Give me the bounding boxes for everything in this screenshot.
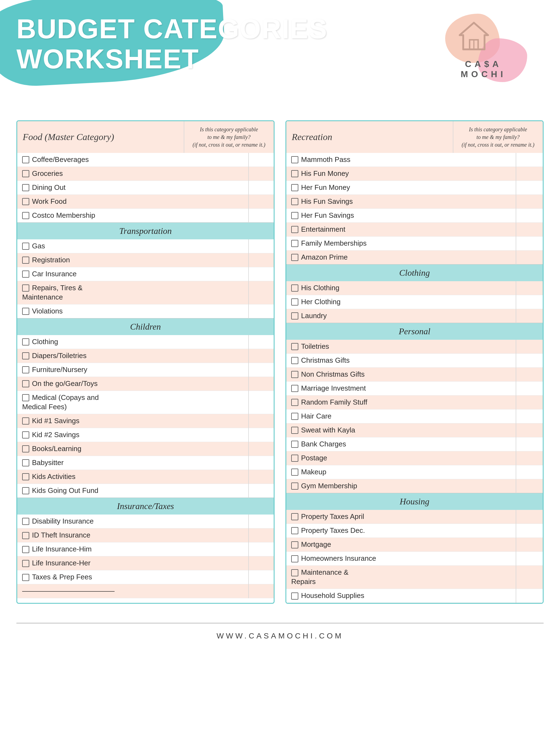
table-row: Coffee/Beverages xyxy=(17,153,274,167)
table-row: Work Food xyxy=(17,195,274,209)
checkbox[interactable] xyxy=(291,357,298,364)
item-label: Her Clothing xyxy=(301,297,341,306)
table-row: Dining Out xyxy=(17,181,274,195)
checkbox[interactable] xyxy=(291,212,298,219)
checkbox[interactable] xyxy=(22,243,29,250)
item-cell: Life Insurance-Him xyxy=(17,543,249,556)
item-label: Medical (Copays and Medical Fees) xyxy=(22,394,99,411)
logo-blobs: CA$A MOCHI xyxy=(440,11,527,82)
checkbox[interactable] xyxy=(291,441,298,448)
checkbox[interactable] xyxy=(22,184,29,191)
checkbox[interactable] xyxy=(22,198,29,205)
checkbox[interactable] xyxy=(291,198,298,205)
checkbox[interactable] xyxy=(22,284,29,291)
checkbox[interactable] xyxy=(22,473,29,480)
checkbox[interactable] xyxy=(22,445,29,453)
item-label: Toiletries xyxy=(301,342,329,350)
checkbox[interactable] xyxy=(291,527,298,534)
checkbox[interactable] xyxy=(291,469,298,476)
applicable-cell xyxy=(516,451,543,465)
item-label: Coffee/Beverages xyxy=(32,155,89,164)
section-header: Personal xyxy=(286,323,543,340)
item-cell: Repairs, Tires & Maintenance xyxy=(17,281,249,304)
table-row: His Fun Money xyxy=(286,167,543,181)
checkbox[interactable] xyxy=(291,312,298,319)
checkbox[interactable] xyxy=(22,338,29,345)
applicable-cell xyxy=(249,484,274,498)
house-icon xyxy=(456,19,492,56)
checkbox[interactable] xyxy=(22,546,29,553)
item-label: Work Food xyxy=(32,197,67,205)
checkbox[interactable] xyxy=(291,240,298,247)
checkbox[interactable] xyxy=(22,487,29,494)
checkbox[interactable] xyxy=(291,371,298,378)
applicable-cell xyxy=(249,253,274,267)
checkbox[interactable] xyxy=(22,270,29,278)
checkbox[interactable] xyxy=(291,385,298,392)
item-label: Life Insurance-Her xyxy=(32,559,91,567)
item-cell: Makeup xyxy=(286,465,516,479)
item-label: Kid #2 Savings xyxy=(32,431,79,439)
section-header-label: Children xyxy=(17,318,274,335)
checkbox[interactable] xyxy=(22,574,29,581)
checkbox[interactable] xyxy=(22,432,29,439)
applicable-cell xyxy=(516,209,543,223)
checkbox[interactable] xyxy=(22,256,29,264)
applicable-cell xyxy=(516,340,543,354)
checkbox[interactable] xyxy=(22,380,29,387)
checkbox[interactable] xyxy=(291,555,298,562)
checkbox[interactable] xyxy=(22,366,29,374)
checkbox[interactable] xyxy=(22,560,29,567)
checkbox[interactable] xyxy=(291,541,298,549)
checkbox[interactable] xyxy=(22,308,29,315)
applicable-cell xyxy=(516,410,543,424)
applicable-cell xyxy=(249,428,274,442)
checkbox[interactable] xyxy=(291,254,298,261)
checkbox[interactable] xyxy=(22,518,29,525)
checkbox[interactable] xyxy=(22,352,29,359)
applicable-cell xyxy=(249,529,274,543)
item-cell: Kids Activities xyxy=(17,470,249,484)
item-label: Homeowners Insurance xyxy=(301,555,376,563)
checkbox[interactable] xyxy=(291,298,298,305)
checkbox[interactable] xyxy=(22,532,29,539)
checkbox[interactable] xyxy=(291,593,298,600)
checkbox[interactable] xyxy=(291,513,298,520)
checkbox[interactable] xyxy=(291,483,298,490)
checkbox[interactable] xyxy=(22,170,29,177)
checkbox[interactable] xyxy=(291,569,298,576)
checkbox[interactable] xyxy=(291,427,298,434)
checkbox[interactable] xyxy=(291,170,298,177)
section-header-label: Insurance/Taxes xyxy=(17,498,274,515)
table-row: On the go/Gear/Toys xyxy=(17,377,274,391)
item-label: Life Insurance-Him xyxy=(32,545,92,553)
checkbox[interactable] xyxy=(291,156,298,163)
checkbox[interactable] xyxy=(291,399,298,406)
item-label: Property Taxes Dec. xyxy=(301,527,365,535)
checkbox[interactable] xyxy=(291,413,298,420)
checkbox[interactable] xyxy=(291,184,298,191)
checkbox[interactable] xyxy=(22,212,29,219)
checkbox[interactable] xyxy=(291,343,298,350)
applicable-cell xyxy=(249,153,274,167)
left-header-row: Food (Master Category) Is this category … xyxy=(17,121,274,153)
applicable-cell xyxy=(249,304,274,318)
checkbox[interactable] xyxy=(22,156,29,163)
applicable-cell xyxy=(516,281,543,295)
checkbox[interactable] xyxy=(291,284,298,291)
applicable-cell xyxy=(249,281,274,304)
header: BUDGET CATEGORIES WORKSHEET CA$A MOCHI xyxy=(0,0,560,104)
table-row: Clothing xyxy=(17,335,274,349)
applicable-cell xyxy=(516,309,543,323)
checkbox[interactable] xyxy=(22,394,29,401)
item-label: Costco Membership xyxy=(32,211,95,219)
table-row: Life Insurance-Him xyxy=(17,543,274,556)
checkbox[interactable] xyxy=(22,418,29,425)
checkbox[interactable] xyxy=(22,459,29,467)
checkbox[interactable] xyxy=(291,226,298,233)
table-row: ————————————— xyxy=(17,584,274,598)
table-row: Homeowners Insurance xyxy=(286,552,543,566)
applicable-cell xyxy=(516,589,543,603)
checkbox[interactable] xyxy=(291,455,298,462)
item-label: Kids Activities xyxy=(32,473,75,481)
